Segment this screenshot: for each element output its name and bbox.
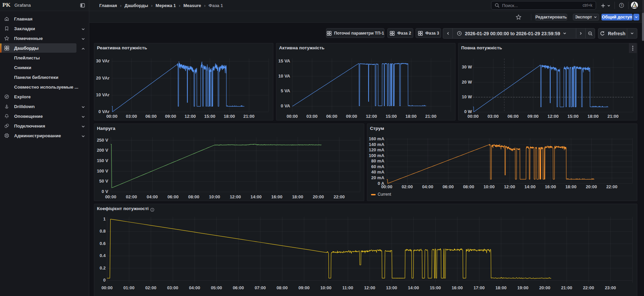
svg-text:?: ? — [621, 4, 623, 7]
